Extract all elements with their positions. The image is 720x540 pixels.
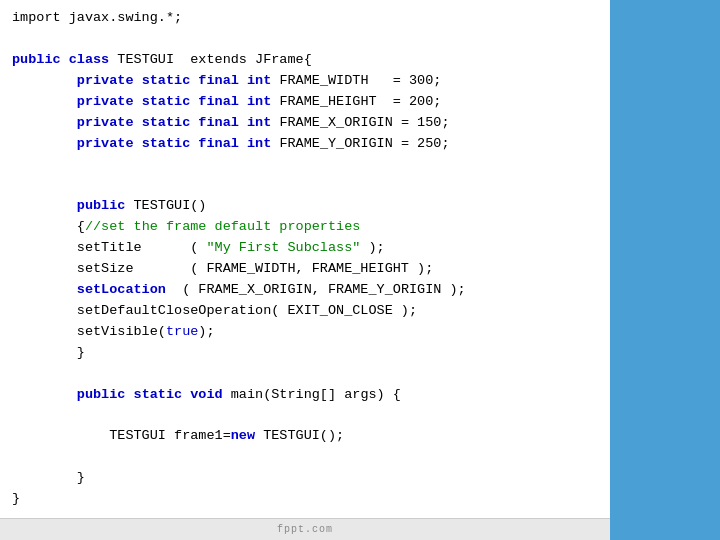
code-editor[interactable]: import javax.swing.*; public class TESTG…: [0, 0, 610, 540]
code-line: [12, 29, 602, 50]
code-line: import javax.swing.*;: [12, 8, 602, 29]
code-line: private static final int FRAME_Y_ORIGIN …: [12, 134, 602, 155]
code-line: private static final int FRAME_HEIGHT = …: [12, 92, 602, 113]
code-line: }: [12, 489, 602, 510]
code-line: [12, 447, 602, 468]
code-line: private static final int FRAME_WIDTH = 3…: [12, 71, 602, 92]
code-line: setLocation ( FRAME_X_ORIGIN, FRAME_Y_OR…: [12, 280, 602, 301]
code-line: setVisible(true);: [12, 322, 602, 343]
code-block: import javax.swing.*; public class TESTG…: [12, 8, 602, 510]
main-container: import javax.swing.*; public class TESTG…: [0, 0, 720, 540]
code-line: public static void main(String[] args) {: [12, 385, 602, 406]
code-line: public TESTGUI(): [12, 196, 602, 217]
code-line: [12, 175, 602, 196]
code-line: }: [12, 468, 602, 489]
code-line: }: [12, 343, 602, 364]
right-panel: [610, 0, 720, 540]
code-line: setTitle ( "My First Subclass" );: [12, 238, 602, 259]
code-line: private static final int FRAME_X_ORIGIN …: [12, 113, 602, 134]
code-line: [12, 154, 602, 175]
code-line: TESTGUI frame1=new TESTGUI();: [12, 426, 602, 447]
bottom-bar: fppt.com: [0, 518, 610, 540]
code-line: setDefaultCloseOperation( EXIT_ON_CLOSE …: [12, 301, 602, 322]
code-line: public class TESTGUI extends JFrame{: [12, 50, 602, 71]
code-line: [12, 406, 602, 427]
footer-text: fppt.com: [277, 524, 333, 535]
code-line: {//set the frame default properties: [12, 217, 602, 238]
code-line: setSize ( FRAME_WIDTH, FRAME_HEIGHT );: [12, 259, 602, 280]
code-line: [12, 364, 602, 385]
